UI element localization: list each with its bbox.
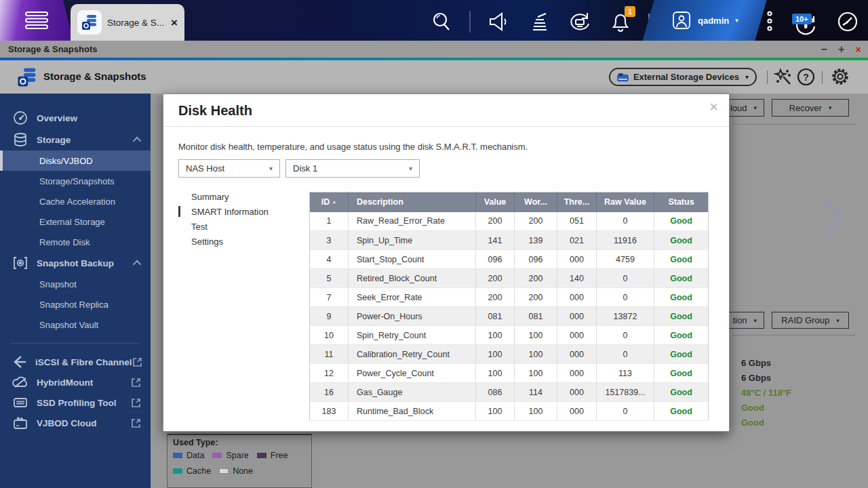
sidebar-item-storage[interactable]: Storage	[0, 129, 151, 150]
notice-speaker-icon[interactable]	[485, 9, 512, 34]
disk-dropdown[interactable]: Disk 1 ▾	[285, 159, 420, 178]
table-cell: 081	[476, 307, 515, 326]
dialog-side-nav: SummarySMART InformationTestSettings	[178, 189, 294, 249]
table-cell: 200	[515, 288, 557, 307]
table-row[interactable]: 1Raw_Read_Error_Rate2002000510Good	[310, 212, 709, 231]
table-cell: 16	[310, 383, 349, 402]
dialog-close-icon[interactable]: ×	[709, 100, 718, 115]
table-cell: Power-On_Hours	[349, 307, 476, 326]
table-cell: 100	[515, 345, 557, 364]
table-cell: 0	[597, 269, 654, 288]
sidebar-item-overview[interactable]: Overview	[0, 107, 151, 129]
table-row[interactable]: 10Spin_Retry_Count1001000000Good	[310, 326, 709, 345]
sidebar-item-external-storage[interactable]: External Storage	[0, 211, 151, 232]
sync-status-icon[interactable]	[566, 9, 593, 34]
dialog-header-divider	[163, 126, 729, 127]
column-header-id[interactable]: ID▲	[310, 192, 349, 212]
legend-item-free: Free	[257, 451, 288, 460]
window-titlebar[interactable]: Storage & Snapshots − + ×	[0, 41, 868, 58]
disks-icon	[12, 132, 28, 147]
disk-info-value: 6 Gbps	[741, 370, 791, 385]
dialog-nav-summary[interactable]: Summary	[178, 189, 294, 204]
sidebar-item-snapshot[interactable]: Snapshot	[0, 274, 151, 294]
table-row[interactable]: 5Retired_Block_Count2002001400Good	[310, 269, 709, 288]
column-header-raw-value[interactable]: Raw Value	[597, 192, 654, 212]
nas-host-dropdown[interactable]: NAS Host ▾	[178, 159, 280, 178]
tab-close-icon[interactable]: ×	[171, 17, 178, 28]
dialog-nav-test[interactable]: Test	[178, 219, 294, 234]
legend-title: Used Type:	[173, 438, 306, 447]
sidebar-item-ssd-profiling-tool[interactable]: SSDSSD Profiling Tool	[0, 392, 151, 413]
table-cell: 096	[515, 250, 557, 269]
table-cell: 100	[476, 364, 515, 383]
sidebar-item-remote-disk[interactable]: Remote Disk	[0, 232, 151, 252]
table-row[interactable]: 7Seek_Error_Rate2002000000Good	[310, 288, 709, 307]
window-close-button[interactable]: ×	[855, 44, 861, 54]
status-badge: Good	[654, 212, 709, 231]
recover-button[interactable]: Recover ▾	[772, 99, 849, 117]
table-cell: 0	[597, 326, 654, 345]
column-header-wor[interactable]: Wor...	[515, 192, 557, 212]
table-cell: 183	[310, 402, 349, 421]
page-title: Storage & Snapshots	[43, 70, 146, 82]
raid-group-button[interactable]: RAID Group ▾	[772, 312, 849, 329]
device-selector-dropdown[interactable]: External Storage Devices ▾	[609, 68, 757, 86]
tasks-badge: 10+	[792, 14, 812, 24]
column-header-value[interactable]: Value	[476, 192, 515, 212]
table-row[interactable]: 12Power_Cycle_Count100100000113Good	[310, 364, 709, 383]
user-menu[interactable]: qadmin ▾	[652, 0, 760, 41]
legend-swatch	[219, 468, 229, 474]
svg-text:SSD: SSD	[16, 401, 24, 405]
sidebar-item-hybridmount[interactable]: HybridMount	[0, 372, 151, 392]
sidebar-item-snapshot-backup[interactable]: Snapshot Backup	[0, 252, 151, 274]
table-row[interactable]: 16Gas_Gauge0861140001517839...Good	[310, 383, 709, 402]
table-row[interactable]: 183Runtime_Bad_Block1001000000Good	[310, 402, 709, 421]
carousel-next-icon[interactable]	[822, 198, 845, 236]
table-cell: 200	[476, 212, 515, 231]
cloud-icon	[12, 375, 28, 389]
device-selector-label: External Storage Devices	[633, 72, 739, 82]
storage-snapshots-header-icon	[16, 66, 38, 91]
app-tab-storage-snapshots[interactable]: Storage & S... ×	[71, 4, 184, 41]
dialog-nav-settings[interactable]: Settings	[178, 234, 294, 249]
table-cell: 000	[557, 383, 597, 402]
status-badge: Good	[654, 402, 709, 421]
table-row[interactable]: 4Start_Stop_Count0960960004759Good	[310, 250, 709, 269]
sidebar-item-iscsi-fibre-channel[interactable]: iSCSI & Fibre Channel	[0, 352, 151, 372]
table-cell: Start_Stop_Count	[349, 250, 476, 269]
dialog-title: Disk Health	[178, 103, 252, 119]
resource-monitor-icon[interactable]	[834, 9, 861, 34]
more-options-icon[interactable]	[756, 9, 783, 34]
sidebar-item-label: VJBOD Cloud	[37, 418, 131, 428]
app-tab-label: Storage & S...	[107, 18, 165, 28]
table-cell: Calibration_Retry_Count	[349, 345, 476, 364]
sidebar-item-snapshot-replica[interactable]: Snapshot Replica	[0, 294, 151, 314]
legend-swatch	[257, 453, 267, 458]
table-row[interactable]: 3Spin_Up_Time14113902111916Good	[310, 231, 709, 250]
settings-gear-icon[interactable]	[829, 66, 851, 87]
window-minimize-button[interactable]: −	[821, 44, 827, 55]
table-cell: 4	[310, 250, 349, 269]
sidebar-item-storage-snapshots[interactable]: Storage/Snapshots	[0, 171, 151, 191]
main-menu-button[interactable]	[0, 0, 73, 41]
smart-wizard-icon[interactable]	[772, 66, 794, 87]
sidebar-item-snapshot-vault[interactable]: Snapshot Vault	[0, 314, 151, 335]
window-maximize-button[interactable]: +	[838, 44, 844, 55]
event-log-icon[interactable]	[526, 9, 553, 34]
column-header-status[interactable]: Status	[654, 192, 709, 212]
table-row[interactable]: 9Power-On_Hours08108100013872Good	[310, 307, 709, 326]
iscsi-icon	[12, 354, 27, 369]
sidebar-item-label: Snapshot	[39, 279, 151, 289]
legend-label: Spare	[226, 451, 248, 460]
table-cell: 0	[597, 402, 654, 421]
column-header-thre[interactable]: Thre...	[557, 192, 597, 212]
dialog-nav-smart-information[interactable]: SMART Information	[178, 204, 294, 219]
column-header-description[interactable]: Description	[349, 192, 476, 212]
search-icon[interactable]	[428, 9, 455, 34]
sidebar-item-cache-acceleration[interactable]: Cache Acceleration	[0, 191, 151, 211]
sidebar-item-disks-vjbod[interactable]: Disks/VJBOD	[0, 150, 151, 171]
help-icon[interactable]: ?	[795, 66, 816, 87]
table-cell: Raw_Read_Error_Rate	[349, 212, 476, 231]
table-row[interactable]: 11Calibration_Retry_Count1001000000Good	[310, 345, 709, 364]
sidebar-item-vjbod-cloud[interactable]: VJBOD Cloud	[0, 413, 151, 433]
